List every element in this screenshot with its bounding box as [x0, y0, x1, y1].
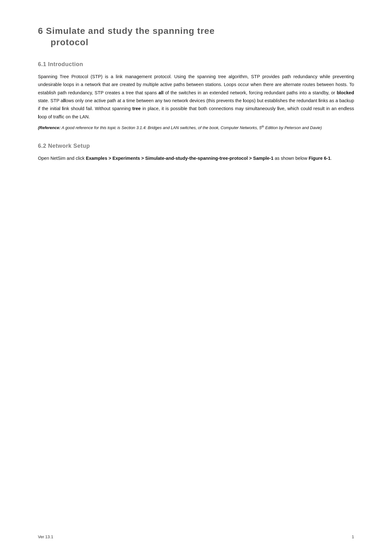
page: 6 Simulate and study the spanning tree p…	[0, 0, 392, 555]
footer: Ver 13.1 1	[38, 534, 354, 539]
section-6-2: 6.2 Network Setup Open NetSim and click …	[38, 143, 354, 162]
section-6-1-heading: 6.1 Introduction	[38, 61, 354, 68]
section-6-2-body: Open NetSim and click Examples > Experim…	[38, 154, 354, 162]
chapter-title: 6 Simulate and study the spanning tree p…	[38, 25, 354, 48]
intro-paragraph: Spanning Tree Protocol (STP) is a link m…	[38, 73, 354, 121]
network-setup-paragraph: Open NetSim and click Examples > Experim…	[38, 154, 354, 162]
section-6-1-body: Spanning Tree Protocol (STP) is a link m…	[38, 73, 354, 121]
chapter-title-line2: protocol	[38, 37, 354, 48]
version-label: Ver 13.1	[38, 534, 53, 539]
section-6-1: 6.1 Introduction Spanning Tree Protocol …	[38, 61, 354, 131]
section-6-2-heading: 6.2 Network Setup	[38, 143, 354, 149]
section-6-1-reference: (Reference: A good reference for this to…	[38, 124, 354, 131]
chapter-title-line1: 6 Simulate and study the spanning tree	[38, 25, 354, 37]
page-number: 1	[352, 534, 354, 539]
